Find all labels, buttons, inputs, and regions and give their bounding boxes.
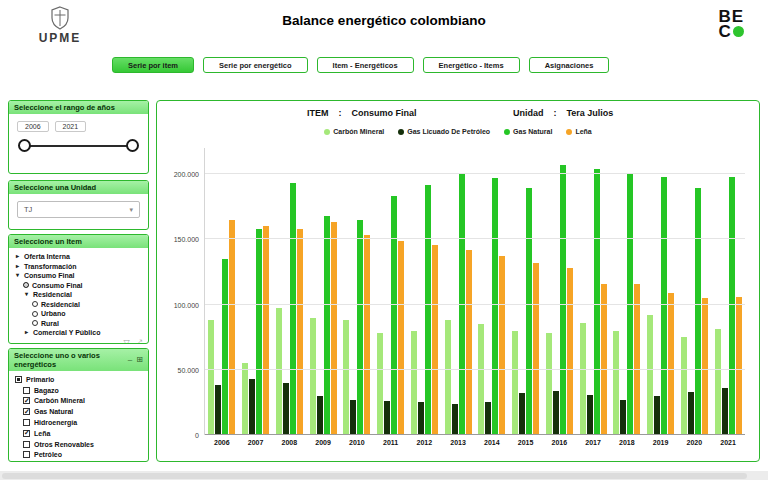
bar-gas-natural-2006[interactable]: [222, 259, 228, 435]
bar-carbón-mineral-2020[interactable]: [681, 337, 687, 435]
bar-leña-2013[interactable]: [466, 250, 472, 435]
tree-item-rural[interactable]: Rural: [11, 319, 146, 329]
bar-leña-2009[interactable]: [331, 222, 337, 435]
bar-gas-licuado-de-petróleo-2007[interactable]: [249, 379, 255, 435]
horizontal-scrollbar-thumb[interactable]: [2, 473, 747, 479]
energetic-leña[interactable]: Leña: [11, 428, 146, 439]
bar-gas-licuado-de-petróleo-2011[interactable]: [384, 401, 390, 435]
bar-carbón-mineral-2013[interactable]: [445, 320, 451, 435]
caret-right-icon[interactable]: ▸: [14, 262, 21, 272]
slider-handle-end[interactable]: [126, 139, 139, 152]
energetic-bagazo[interactable]: Bagazo: [11, 385, 146, 396]
bar-gas-licuado-de-petróleo-2009[interactable]: [317, 396, 323, 435]
grid-icon[interactable]: ⊞: [136, 356, 143, 364]
bar-gas-natural-2009[interactable]: [324, 216, 330, 435]
bar-gas-natural-2019[interactable]: [661, 177, 667, 435]
caret-right-icon[interactable]: ▸: [14, 252, 21, 262]
bar-leña-2021[interactable]: [736, 297, 742, 435]
bar-carbón-mineral-2006[interactable]: [208, 320, 214, 435]
bar-leña-2007[interactable]: [263, 226, 269, 435]
bar-leña-2006[interactable]: [229, 220, 235, 435]
bar-gas-licuado-de-petróleo-2017[interactable]: [587, 395, 593, 435]
tree-item-comercial-y-público[interactable]: ▸Comercial Y Público: [11, 328, 146, 338]
slider-handle-start[interactable]: [18, 139, 31, 152]
bar-gas-licuado-de-petróleo-2013[interactable]: [452, 404, 458, 435]
horizontal-scrollbar[interactable]: [0, 471, 768, 480]
year-range-slider[interactable]: [18, 138, 139, 155]
bar-gas-licuado-de-petróleo-2016[interactable]: [553, 391, 559, 435]
bar-carbón-mineral-2008[interactable]: [276, 308, 282, 435]
bar-carbón-mineral-2019[interactable]: [647, 315, 653, 435]
unit-select[interactable]: TJ ▾: [17, 201, 140, 218]
bar-carbón-mineral-2011[interactable]: [377, 333, 383, 435]
radio-icon[interactable]: [32, 301, 38, 307]
bar-gas-licuado-de-petróleo-2012[interactable]: [418, 402, 424, 435]
year-end-value[interactable]: 2021: [55, 121, 87, 132]
bar-gas-licuado-de-petróleo-2015[interactable]: [519, 393, 525, 435]
bar-gas-natural-2020[interactable]: [695, 188, 701, 435]
checkbox-indeterminate-icon[interactable]: [15, 376, 22, 383]
bar-leña-2020[interactable]: [702, 298, 708, 435]
bar-leña-2017[interactable]: [601, 284, 607, 435]
tab-asignaciones[interactable]: Asignaciones: [529, 57, 610, 73]
caret-down-icon[interactable]: ▾: [14, 271, 21, 281]
tab-serie-por-item[interactable]: Serie por item: [112, 57, 194, 73]
checkbox-checked-icon[interactable]: [23, 408, 30, 415]
energetic-primario[interactable]: Primario: [11, 374, 146, 385]
bar-gas-natural-2016[interactable]: [560, 165, 566, 435]
bar-gas-natural-2014[interactable]: [492, 178, 498, 435]
tree-item-consumo-final[interactable]: ▾Consumo Final: [11, 271, 146, 281]
checkbox-unchecked-icon[interactable]: [23, 419, 30, 426]
bar-gas-natural-2007[interactable]: [256, 229, 262, 435]
minus-icon[interactable]: –: [128, 356, 132, 364]
bar-carbón-mineral-2021[interactable]: [715, 329, 721, 435]
tree-item-consumo-final[interactable]: Consumo Final: [11, 281, 146, 291]
checkbox-unchecked-icon[interactable]: [23, 441, 30, 448]
bar-gas-licuado-de-petróleo-2018[interactable]: [620, 400, 626, 435]
bar-leña-2011[interactable]: [398, 241, 404, 435]
bar-leña-2008[interactable]: [297, 229, 303, 435]
bar-leña-2018[interactable]: [634, 284, 640, 435]
bar-carbón-mineral-2017[interactable]: [580, 323, 586, 435]
bar-gas-natural-2012[interactable]: [425, 185, 431, 435]
tab-energético-items[interactable]: Energético - Items: [423, 57, 520, 73]
bar-gas-licuado-de-petróleo-2014[interactable]: [485, 402, 491, 435]
checkbox-checked-icon[interactable]: [23, 430, 30, 437]
checkbox-unchecked-icon[interactable]: [23, 451, 30, 458]
bar-leña-2010[interactable]: [364, 235, 370, 435]
bar-gas-natural-2011[interactable]: [391, 196, 397, 435]
bar-leña-2016[interactable]: [567, 268, 573, 435]
bar-leña-2019[interactable]: [668, 293, 674, 435]
energetic-carbón-mineral[interactable]: Carbón Mineral: [11, 396, 146, 407]
bar-carbón-mineral-2010[interactable]: [343, 320, 349, 435]
bar-carbón-mineral-2007[interactable]: [242, 363, 248, 435]
energetic-gas-natural[interactable]: Gas Natural: [11, 406, 146, 417]
bar-gas-licuado-de-petróleo-2006[interactable]: [215, 385, 221, 435]
bar-gas-natural-2010[interactable]: [357, 220, 363, 435]
energetic-otros-renovables[interactable]: Otros Renovables: [11, 439, 146, 450]
filter-icon[interactable]: ▽: [123, 339, 129, 345]
tree-item-residencial[interactable]: ▾Residencial: [11, 290, 146, 300]
bar-carbón-mineral-2015[interactable]: [512, 331, 518, 435]
radio-icon[interactable]: [32, 320, 38, 326]
bar-carbón-mineral-2009[interactable]: [310, 318, 316, 435]
radio-icon[interactable]: [32, 311, 38, 317]
bar-gas-natural-2015[interactable]: [526, 188, 532, 435]
caret-down-icon[interactable]: ▾: [23, 290, 30, 300]
bar-leña-2015[interactable]: [533, 263, 539, 435]
tree-item-urbano[interactable]: Urbano: [11, 309, 146, 319]
tree-item-residencial[interactable]: Residencial: [11, 300, 146, 310]
radio-selected-icon[interactable]: [23, 282, 29, 288]
legend-item-leña[interactable]: Leña: [566, 128, 591, 135]
caret-right-icon[interactable]: ▸: [23, 328, 30, 338]
bar-gas-licuado-de-petróleo-2021[interactable]: [722, 388, 728, 435]
bar-gas-licuado-de-petróleo-2010[interactable]: [350, 400, 356, 435]
energetic-hidroenergía[interactable]: Hidroenergía: [11, 417, 146, 428]
bar-gas-licuado-de-petróleo-2019[interactable]: [654, 396, 660, 435]
energetic-petróleo[interactable]: Petróleo: [11, 450, 146, 461]
bar-gas-natural-2021[interactable]: [729, 177, 735, 435]
tree-item-oferta-interna[interactable]: ▸Oferta Interna: [11, 252, 146, 262]
legend-item-carbón-mineral[interactable]: Carbón Mineral: [324, 128, 384, 135]
bar-gas-natural-2008[interactable]: [290, 183, 296, 435]
legend-item-gas-natural[interactable]: Gas Natural: [504, 128, 552, 135]
